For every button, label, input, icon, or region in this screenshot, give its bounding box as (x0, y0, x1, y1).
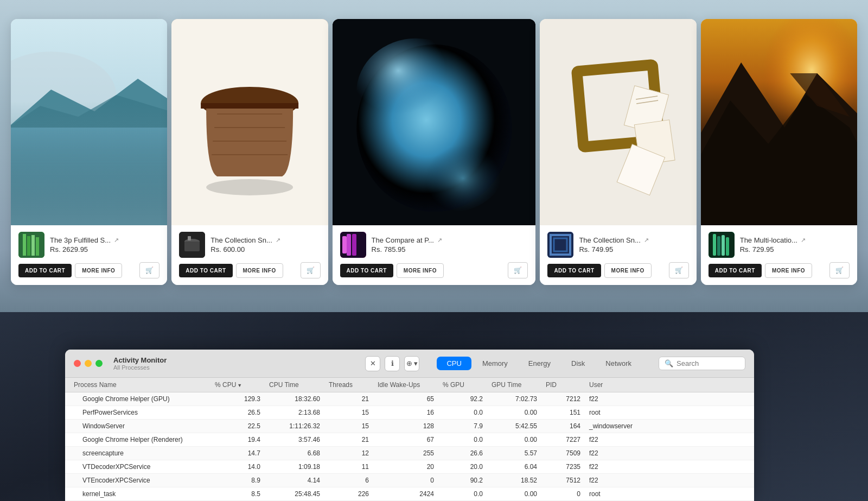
gpu-pct-cell: 0.0 (443, 436, 492, 443)
mountain-svg (701, 19, 857, 225)
add-to-cart-button-4[interactable]: ADD TO CART (547, 264, 601, 277)
more-info-button-2[interactable]: MORE INFO (236, 263, 283, 278)
svg-point-18 (206, 179, 293, 195)
bag-button-1[interactable]: 🛒 (139, 262, 159, 278)
bag-button-5[interactable]: 🛒 (829, 262, 850, 278)
col-user[interactable]: User (589, 381, 745, 389)
gpu-time-cell: 18.52 (492, 477, 546, 484)
more-info-button-4[interactable]: MORE INFO (604, 263, 652, 278)
col-gpu-pct[interactable]: % GPU (443, 381, 492, 389)
pid-cell: 151 (546, 409, 589, 416)
window-title: Activity Monitor (113, 356, 167, 364)
search-icon: 🔍 (665, 359, 673, 367)
card-buttons-4: ADD TO CART MORE INFO 🛒 (547, 262, 688, 278)
user-cell: f22 (589, 449, 745, 457)
table-row[interactable]: PerfPowerServices 26.5 2:13.68 15 16 0.0… (65, 406, 754, 420)
user-cell: root (589, 490, 745, 498)
tab-network[interactable]: Network (596, 357, 641, 370)
more-icon-btn[interactable]: ⊕ ▾ (404, 356, 419, 371)
add-to-cart-button-1[interactable]: ADD TO CART (18, 264, 72, 277)
tab-memory[interactable]: Memory (473, 357, 518, 370)
process-name-cell: PerfPowerServices (74, 409, 215, 416)
tab-cpu[interactable]: CPU (437, 357, 471, 370)
process-table: Google Chrome Helper (GPU) 129.3 18:32.6… (65, 392, 754, 501)
window-traffic-lights (74, 360, 103, 367)
close-window-button[interactable] (74, 360, 81, 367)
external-link-icon-2: ↗ (276, 237, 280, 244)
more-info-button-5[interactable]: MORE INFO (765, 263, 812, 278)
cpu-pct-cell: 14.7 (215, 449, 269, 457)
external-link-icon-5: ↗ (801, 237, 806, 244)
more-info-button-1[interactable]: MORE INFO (75, 263, 122, 278)
shop-product-list: The 3p Fulfilled S... ↗ Rs. 2629.95 ADD … (0, 0, 868, 312)
col-pid[interactable]: PID (546, 381, 589, 389)
search-input[interactable] (676, 359, 739, 367)
bag-button-3[interactable]: 🛒 (508, 262, 528, 278)
product-thumb-3 (340, 232, 366, 258)
idle-wakeups-cell: 16 (378, 409, 443, 416)
col-threads[interactable]: Threads (329, 381, 378, 389)
threads-cell: 21 (329, 395, 378, 403)
product-title-text-4: The Collection Sn... ↗ Rs. 749.95 (579, 236, 688, 253)
add-to-cart-button-3[interactable]: ADD TO CART (340, 264, 393, 277)
card-info-4: The Collection Sn... ↗ Rs. 749.95 ADD TO… (540, 225, 696, 285)
product-price-2: Rs. 600.00 (210, 245, 320, 253)
product-price-1: Rs. 2629.95 (50, 245, 159, 253)
card-buttons-5: ADD TO CART MORE INFO 🛒 (709, 262, 850, 278)
col-process-name[interactable]: Process Name (74, 381, 215, 389)
maximize-window-button[interactable] (95, 360, 103, 367)
svg-rect-21 (184, 242, 200, 251)
activity-monitor-tabs: CPU Memory Energy Disk Network (437, 357, 641, 370)
gpu-pct-cell: 92.2 (443, 395, 492, 403)
cpu-time-cell: 4.14 (269, 477, 329, 484)
table-row[interactable]: Google Chrome Helper (GPU) 129.3 18:32.6… (65, 392, 754, 406)
col-cpu-pct[interactable]: % CPU▼ (215, 381, 269, 389)
svg-rect-50 (726, 237, 729, 256)
card-buttons-3: ADD TO CART MORE INFO 🛒 (340, 262, 528, 278)
user-cell: f22 (589, 477, 745, 484)
add-to-cart-button-5[interactable]: ADD TO CART (709, 264, 762, 277)
bag-button-2[interactable]: 🛒 (301, 262, 321, 278)
product-image-4 (540, 19, 696, 225)
table-row[interactable]: WindowServer 22.5 1:11:26.32 15 128 7.9 … (65, 420, 754, 433)
svg-rect-6 (23, 234, 26, 256)
threads-cell: 12 (329, 449, 378, 457)
product-image-5 (701, 19, 857, 225)
svg-rect-47 (713, 234, 716, 256)
table-row[interactable]: VTDecoderXPCService 14.0 1:09.18 11 20 2… (65, 460, 754, 474)
col-idle-wakeups[interactable]: Idle Wake-Ups (378, 381, 443, 389)
svg-rect-49 (722, 235, 725, 256)
table-row[interactable]: screencapture 14.7 6.68 12 255 26.6 5.57… (65, 447, 754, 460)
cpu-pct-cell: 26.5 (215, 409, 269, 416)
activity-monitor-titlebar: Activity Monitor All Processes ✕ ℹ ⊕ ▾ C… (65, 350, 754, 378)
product-image-2 (171, 19, 328, 225)
bag-button-4[interactable]: 🛒 (669, 262, 689, 278)
product-title-text-5: The Multi-locatio... ↗ Rs. 729.95 (740, 236, 850, 253)
col-gpu-time[interactable]: GPU Time (492, 381, 546, 389)
col-cpu-time[interactable]: CPU Time (269, 381, 329, 389)
close-icon-btn[interactable]: ✕ (365, 356, 380, 371)
info-icon-btn[interactable]: ℹ (385, 356, 400, 371)
svg-rect-13 (201, 103, 298, 109)
threads-cell: 21 (329, 436, 378, 443)
table-row[interactable]: Google Chrome Helper (Renderer) 19.4 3:5… (65, 433, 754, 447)
table-row[interactable]: VTEncoderXPCService 8.9 4.14 6 0 90.2 18… (65, 474, 754, 487)
process-name-cell: Google Chrome Helper (GPU) (74, 395, 215, 403)
more-info-button-3[interactable]: MORE INFO (397, 263, 444, 278)
add-to-cart-button-2[interactable]: ADD TO CART (179, 264, 232, 277)
product-name-1: The 3p Fulfilled S... ↗ (50, 236, 159, 244)
minimize-window-button[interactable] (85, 360, 92, 367)
svg-rect-7 (27, 236, 30, 256)
table-row[interactable]: kernel_task 8.5 25:48.45 226 2424 0.0 0.… (65, 487, 754, 501)
landscape-svg (11, 19, 167, 225)
user-cell: f22 (589, 463, 745, 471)
card-buttons-2: ADD TO CART MORE INFO 🛒 (179, 262, 320, 278)
card-info-5: The Multi-locatio... ↗ Rs. 729.95 ADD TO… (701, 225, 857, 285)
product-thumb-4 (547, 232, 573, 258)
user-cell: root (589, 409, 745, 416)
process-name-cell: WindowServer (74, 422, 215, 430)
tab-energy[interactable]: Energy (519, 357, 560, 370)
product-thumb-2 (179, 232, 205, 258)
tab-disk[interactable]: Disk (561, 357, 595, 370)
svg-rect-22 (188, 236, 191, 240)
